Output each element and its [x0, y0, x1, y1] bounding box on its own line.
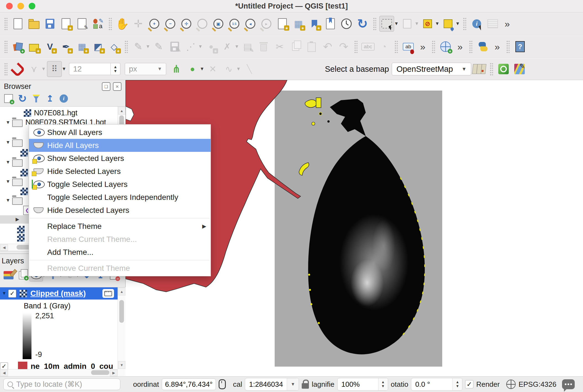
save-layer-edits-button[interactable]: ✎ — [167, 39, 182, 55]
new-geopackage-layer-button[interactable]: ∗ — [26, 39, 41, 55]
zoom-next-button[interactable]: ▸ — [259, 16, 274, 32]
current-edits-button[interactable]: ✎ — [131, 39, 146, 55]
layer-labeling-button[interactable]: abc — [361, 39, 375, 55]
layer-checkbox[interactable]: ✓ — [8, 290, 16, 298]
digitize-with-segment-button[interactable]: ⋰ — [183, 39, 198, 55]
menu-item-hide-deselected-layers[interactable]: Hide Deselected Layers — [29, 204, 211, 217]
layer-row-selected[interactable]: ▼ ✓ Clipped (mask) — [0, 287, 118, 300]
snapping-type-button[interactable]: ⋎ — [26, 61, 41, 77]
open-layer-styling-button[interactable] — [2, 269, 15, 282]
toolbar-handle[interactable] — [4, 63, 7, 75]
snapping-units-dropdown[interactable]: px ▼ — [125, 63, 166, 75]
menu-item-toggle-selected-layers-independently[interactable]: Toggle Selected Layers Independently — [29, 191, 211, 204]
toolbar-handle[interactable] — [469, 40, 472, 53]
menu-item-rename-current-theme[interactable]: Rename Current Theme... — [29, 233, 211, 246]
new-project-button[interactable] — [10, 16, 25, 32]
chevron-down-icon[interactable]: ▼ — [234, 39, 240, 55]
chevron-down-icon[interactable]: ▼ — [145, 39, 151, 55]
help-contents-button[interactable]: ? — [513, 39, 528, 55]
menu-item-toggle-selected-layers[interactable]: Toggle Selected Layers — [29, 178, 211, 191]
zoom-in-button[interactable]: + — [147, 16, 162, 32]
show-layout-manager-button[interactable]: ✎ — [75, 16, 89, 32]
scrollbar-thumb[interactable] — [91, 370, 109, 375]
expander-icon[interactable]: ▼ — [4, 140, 12, 145]
new-3d-map-view-button[interactable]: ▦∗ — [291, 16, 306, 32]
toolbar-handle[interactable] — [506, 40, 510, 53]
layer-indicator-icon[interactable] — [102, 289, 114, 298]
scroll-down-icon[interactable]: ▼ — [118, 361, 125, 369]
browser-item[interactable] — [17, 233, 25, 243]
expander-icon[interactable]: ▼ — [4, 120, 12, 125]
topological-editing-button[interactable]: ⋔ — [169, 61, 184, 77]
open-project-button[interactable] — [26, 16, 41, 32]
menu-item-remove-current-theme[interactable]: Remove Current Theme — [29, 262, 211, 275]
zoom-last-button[interactable]: ◂ — [243, 16, 258, 32]
refresh-browser-button[interactable]: ↻ — [15, 92, 29, 105]
menu-item-replace-theme[interactable]: Replace Theme ▶ — [29, 220, 211, 233]
stepper-arrows-icon[interactable]: ▲▼ — [110, 63, 120, 75]
data-source-manager-button[interactable]: + — [10, 39, 25, 55]
new-print-layout-button[interactable]: ∗ — [59, 16, 73, 32]
snapping-tolerance-stepper[interactable]: 12 ▲▼ — [69, 63, 120, 75]
menu-item-add-theme[interactable]: Add Theme... — [29, 246, 211, 259]
new-shapefile-layer-button[interactable]: V∗ — [43, 39, 57, 55]
messages-icon[interactable] — [562, 379, 575, 389]
scale-combo[interactable]: 1:2846034 ▼ — [245, 378, 299, 391]
redo-button[interactable]: ↷ — [336, 39, 351, 55]
stepper-arrows-icon[interactable]: ▲▼ — [452, 378, 462, 390]
expander-icon[interactable]: ▼ — [4, 198, 12, 203]
chevron-down-icon[interactable]: ▼ — [198, 39, 203, 55]
menu-item-show-selected-layers[interactable]: Show Selected Layers — [29, 152, 211, 165]
pin-labels-button[interactable]: ab — [401, 39, 416, 55]
avoid-overlap-button[interactable]: ● — [185, 61, 200, 77]
expander-icon[interactable]: ▶ — [13, 216, 22, 222]
chevron-down-icon[interactable]: ▼ — [434, 16, 440, 32]
add-group-button[interactable]: + — [15, 269, 29, 282]
expander-icon[interactable]: ▼ — [4, 160, 12, 165]
modify-attributes-button[interactable]: ▤✎ — [240, 39, 255, 55]
statistical-summary-button[interactable] — [485, 16, 500, 32]
toolbar-handle[interactable] — [4, 17, 7, 30]
toolbar-handle[interactable] — [373, 17, 376, 30]
save-project-button[interactable] — [43, 16, 57, 32]
add-selected-layers-button[interactable]: + — [2, 92, 15, 105]
chevron-down-icon[interactable]: ▼ — [199, 61, 205, 77]
paste-features-button[interactable] — [304, 39, 319, 55]
locator-input[interactable]: Type to locate (⌘K) — [3, 378, 120, 390]
rotation-spinbox[interactable]: 0.0 ° ▲▼ — [411, 378, 462, 391]
menu-item-hide-selected-layers[interactable]: Hide Selected Layers — [29, 165, 211, 178]
float-panel-icon[interactable]: ❏ — [102, 82, 110, 91]
tracing-button[interactable]: ╲ — [242, 61, 257, 77]
pan-map-button[interactable]: ✋ — [115, 16, 130, 32]
crs-globe-icon[interactable] — [506, 380, 516, 389]
toolbar-handle[interactable] — [490, 63, 493, 75]
new-spatial-bookmark-button[interactable]: ∗ — [307, 16, 322, 32]
toolbar-handle[interactable] — [463, 17, 466, 30]
new-spatialite-layer-button[interactable]: ◇∗ — [107, 39, 121, 55]
delete-selected-button[interactable] — [256, 39, 271, 55]
toolbar-overflow-icon[interactable]: » — [454, 41, 467, 52]
new-gpx-layer-button[interactable]: ✒∗ — [59, 39, 73, 55]
snap-mode-button[interactable]: ⠿ — [47, 61, 62, 77]
tracking-icon[interactable] — [219, 379, 226, 389]
crs-label[interactable]: EPSG:4326 — [518, 380, 556, 389]
osm-place-search-button[interactable] — [496, 61, 511, 77]
browser-item[interactable]: ▼ — [4, 157, 23, 167]
zoom-native-button[interactable]: 1:1 — [227, 16, 242, 32]
horizontal-scrollbar[interactable]: ◀ ▶ — [0, 369, 118, 376]
new-map-view-button[interactable]: ∗ — [275, 16, 290, 32]
lock-scale-icon[interactable] — [302, 383, 309, 389]
temporal-controller-button[interactable] — [339, 16, 354, 32]
layer-diagram-button[interactable]: ◔ — [377, 39, 391, 55]
new-mesh-layer-button[interactable]: ◩∗ — [91, 39, 105, 55]
zoom-to-selection-button[interactable] — [195, 16, 210, 32]
browser-item[interactable]: ▼ — [4, 195, 23, 205]
stepper-arrows-icon[interactable]: ▲▼ — [378, 378, 388, 390]
basemap-button[interactable] — [472, 61, 487, 77]
vertical-scrollbar[interactable]: ▲ ▼ — [118, 287, 126, 376]
expander-icon[interactable]: ▼ — [4, 179, 12, 184]
identify-features-button[interactable]: i — [469, 16, 484, 32]
coordinate-field[interactable]: 6.894°,76.434° — [162, 378, 216, 390]
toolbar-handle[interactable] — [108, 17, 112, 30]
refresh-button[interactable]: ↻ — [355, 16, 370, 32]
